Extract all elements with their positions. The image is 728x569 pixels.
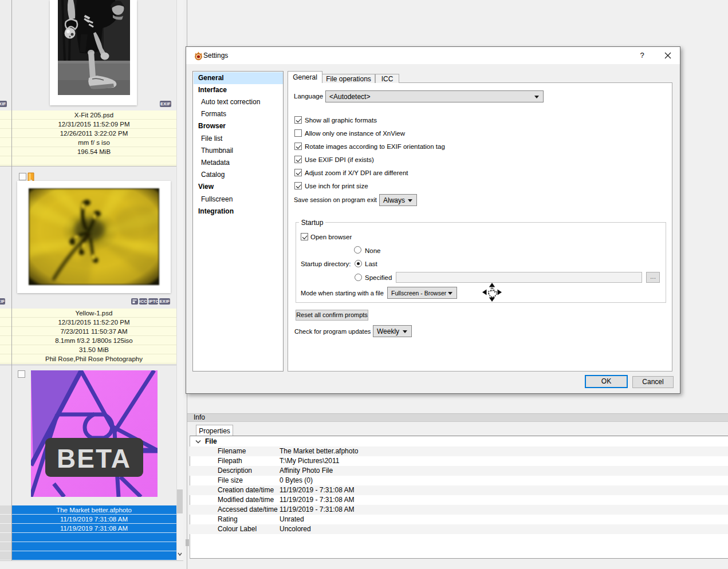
svg-text:BETA: BETA — [57, 444, 131, 473]
